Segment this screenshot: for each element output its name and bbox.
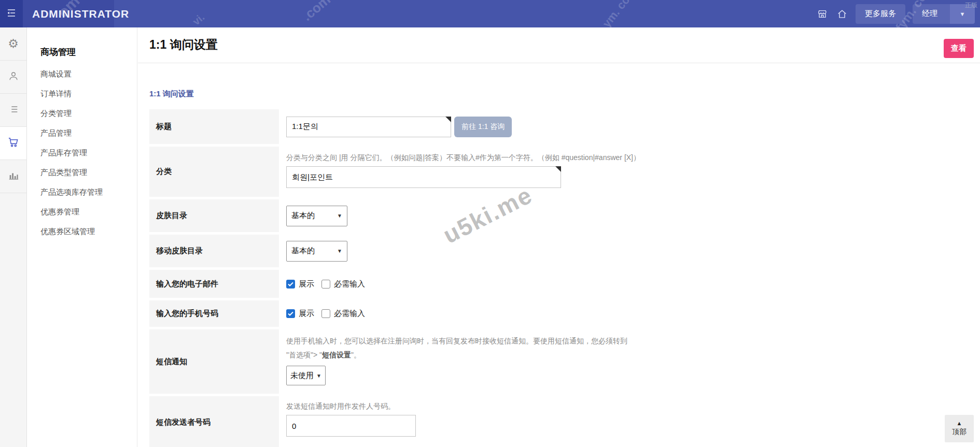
category-input-wrap [286, 166, 561, 188]
icon-rail: ⚙ [0, 27, 27, 447]
sms-sender-label: 短信发送者号码 [149, 396, 279, 447]
mobile-skin-label: 移动皮肤目录 [149, 235, 279, 267]
content-header: 1:1 询问设置 查看 [138, 27, 980, 63]
app-logo[interactable]: ADMINISTRATOR [23, 0, 114, 27]
settings-form: 标题 前往 1:1 咨询 分类 分类与分类之间 |用 分隔它们。（例如问题|答案… [149, 109, 973, 447]
title-input-wrap [286, 117, 451, 137]
translated-corner-marker [445, 117, 451, 122]
page-title: 1:1 询问设置 [149, 37, 218, 53]
manager-label: 经理 [913, 4, 950, 24]
sidebar-item-product-stock[interactable]: 产品库存管理 [40, 148, 137, 158]
sidebar-item-category-management[interactable]: 分类管理 [40, 109, 137, 119]
sms-hint-suffix: "。 [351, 351, 361, 359]
sidebar-item-shop-settings[interactable]: 商城设置 [40, 69, 137, 79]
chevron-down-icon: ▼ [316, 373, 321, 379]
title-label: 标题 [149, 109, 279, 144]
mobile-skin-select-value: 基本的 [291, 246, 315, 256]
phone-show-checkbox[interactable] [286, 309, 295, 318]
category-row: 分类 分类与分类之间 |用 分隔它们。（例如问题|答案）不要输入#作为第一个字符… [149, 147, 973, 197]
email-required-label: 必需输入 [334, 279, 365, 289]
back-to-top-button[interactable]: ▲ 顶部 [945, 415, 974, 442]
category-label: 分类 [149, 147, 279, 197]
app-logo-text: ADMINISTRATOR [32, 8, 129, 20]
chevron-down-icon: ▼ [337, 213, 342, 219]
mobile-skin-select[interactable]: 基本的 ▼ [286, 241, 347, 262]
rail-item-stats[interactable] [0, 160, 26, 193]
back-to-top-label: 顶部 [952, 427, 967, 437]
form-section-title: 1:1 询问设置 [149, 89, 980, 99]
phone-row: 输入您的手机号码 展示 必需输入 [149, 300, 973, 327]
email-show-checkbox[interactable] [286, 280, 295, 289]
phone-required-checkbox[interactable] [321, 309, 330, 318]
phone-show-label: 展示 [299, 309, 314, 319]
home-icon[interactable] [836, 8, 848, 20]
category-input[interactable] [286, 166, 561, 188]
sidebar-item-coupon-management[interactable]: 优惠券管理 [40, 207, 137, 217]
skin-label: 皮肤目录 [149, 199, 279, 232]
phone-required-label: 必需输入 [334, 309, 365, 319]
bar-chart-icon [8, 170, 19, 183]
go-to-inquiry-button[interactable]: 前往 1:1 咨询 [454, 117, 512, 137]
skin-row: 皮肤目录 基本的 ▼ [149, 199, 973, 232]
arrow-up-icon: ▲ [957, 421, 962, 426]
sms-sender-row: 短信发送者号码 发送短信通知时用作发件人号码。 [149, 396, 973, 447]
sidebar-section-title: 商场管理 [40, 46, 137, 58]
rail-item-members[interactable] [0, 61, 26, 94]
sidebar-item-product-type[interactable]: 产品类型管理 [40, 168, 137, 178]
main-content: 1:1 询问设置 查看 1:1 询问设置 标题 前往 1:1 咨询 分类 分类与… [138, 27, 980, 447]
list-icon [8, 104, 19, 117]
sms-select-value: 未使用 [290, 371, 314, 381]
view-button[interactable]: 查看 [944, 39, 974, 58]
rail-item-shop[interactable] [0, 127, 26, 160]
sms-sender-input[interactable] [286, 415, 416, 437]
sidebar-item-order-details[interactable]: 订单详情 [40, 89, 137, 99]
sms-hint-line2: "首选项"> "短信设置"。 [286, 350, 361, 360]
sms-sender-hint: 发送短信通知时用作发件人号码。 [286, 401, 395, 411]
sidebar-toggle-button[interactable] [0, 0, 23, 27]
sms-hint-bold: 短信设置 [322, 351, 351, 359]
sms-hint-prefix: "首选项"> " [286, 351, 322, 359]
storefront-icon[interactable] [816, 8, 829, 20]
shopping-cart-icon [7, 136, 19, 150]
sms-row: 短信通知 使用手机输入时，您可以选择在注册问询时，当有回复发布时接收短信通知。要… [149, 329, 973, 394]
sidebar: 商场管理 商城设置 订单详情 分类管理 产品管理 产品库存管理 产品类型管理 产… [27, 27, 137, 447]
rail-item-board[interactable] [0, 94, 26, 127]
mobile-skin-row: 移动皮肤目录 基本的 ▼ [149, 235, 973, 267]
gear-icon: ⚙ [8, 38, 19, 50]
topbar: ADMINISTRATOR 更多服务 经理 ▼ [0, 0, 980, 27]
watermark-corner: 正版 [965, 1, 977, 10]
phone-label: 输入您的手机号码 [149, 300, 279, 327]
sidebar-item-product-management[interactable]: 产品管理 [40, 128, 137, 138]
sms-select[interactable]: 未使用 ▼ [286, 366, 326, 385]
more-services-button[interactable]: 更多服务 [856, 4, 905, 24]
email-required-checkbox[interactable] [321, 280, 330, 289]
email-row: 输入您的电子邮件 展示 必需输入 [149, 270, 973, 298]
sidebar-item-coupon-zone[interactable]: 优惠券区域管理 [40, 227, 137, 237]
skin-select-value: 基本的 [291, 211, 315, 221]
email-label: 输入您的电子邮件 [149, 270, 279, 298]
title-input[interactable] [286, 117, 451, 137]
rail-item-settings[interactable]: ⚙ [0, 27, 26, 61]
email-show-label: 展示 [299, 279, 314, 289]
translated-corner-marker [555, 166, 561, 172]
topbar-actions: 更多服务 经理 ▼ [816, 0, 980, 27]
sidebar-item-product-option-stock[interactable]: 产品选项库存管理 [40, 188, 137, 197]
chevron-down-icon: ▼ [337, 248, 342, 254]
sms-label: 短信通知 [149, 329, 279, 394]
person-icon [8, 70, 19, 84]
skin-select[interactable]: 基本的 ▼ [286, 206, 347, 226]
category-hint: 分类与分类之间 |用 分隔它们。（例如问题|答案）不要输入#作为第一个字符。（例… [286, 153, 640, 163]
outdent-menu-icon [5, 7, 18, 21]
sms-hint-line1: 使用手机输入时，您可以选择在注册问询时，当有回复发布时接收短信通知。要使用短信通… [286, 336, 627, 346]
title-row: 标题 前往 1:1 咨询 [149, 109, 973, 144]
